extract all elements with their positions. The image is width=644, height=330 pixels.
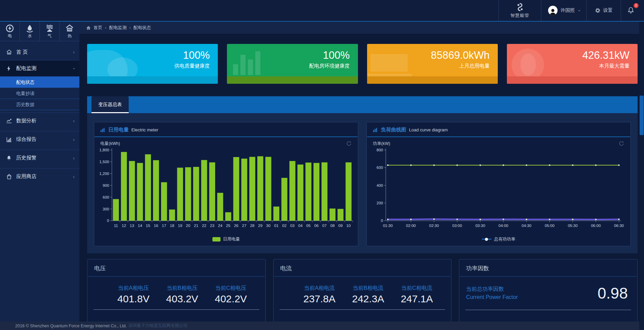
svg-text:300: 300	[103, 207, 109, 211]
tab-bar: 变压器总表	[87, 96, 638, 113]
app-logo: 智慧能管	[498, 0, 541, 21]
utility-tab-water[interactable]: 水	[20, 22, 40, 41]
svg-text:22: 22	[202, 224, 206, 228]
svg-text:24: 24	[218, 224, 223, 228]
bell-icon	[627, 6, 635, 15]
transformer-section: 变压器总表 日用电量 Electric meter	[87, 96, 638, 253]
load-curve-line-chart[interactable]: 020040060080001:3002:0002:3003:0003:3004…	[367, 147, 630, 234]
svg-text:08: 08	[330, 224, 335, 228]
notifications-button[interactable]: 0	[621, 0, 644, 21]
sidebar-subitem-meter-reading[interactable]: 电量抄读	[0, 88, 79, 99]
breadcrumb-home[interactable]: 首页	[94, 25, 102, 31]
stat-value: 237.8A	[295, 293, 344, 305]
stat-item: 当前C相电压 402.2V	[206, 285, 255, 305]
heat-icon	[65, 24, 74, 33]
stat-item: 当前B相电压 403.2V	[158, 285, 206, 305]
svg-text:800: 800	[377, 148, 383, 152]
utility-tabs: 电 水 气 热	[0, 22, 79, 41]
chevron-left-icon: ‹	[73, 155, 75, 161]
svg-text:29: 29	[258, 224, 262, 228]
tab-transformer-summary[interactable]: 变压器总表	[92, 96, 129, 113]
sidebar-item-label: 综合报告	[16, 136, 69, 143]
home-icon	[6, 49, 12, 55]
sidebar-item-home[interactable]: 首 页 ‹	[0, 44, 79, 60]
sidebar-item-data-analysis[interactable]: 数据分析 ‹	[0, 112, 79, 129]
load-curve-panel: 负荷曲线图 Load curve diagram 功率(kW) 02004006…	[366, 122, 631, 246]
stat-value: 247.1A	[392, 293, 441, 305]
stat-label: 当前B相电压	[158, 285, 206, 292]
sidebar-item-app-store[interactable]: 应用商店 ‹	[0, 168, 79, 184]
svg-text:04: 04	[298, 224, 303, 228]
breadcrumb-power-status[interactable]: 配电状态	[133, 25, 151, 31]
stat-label: 当前C相电流	[392, 285, 441, 292]
copyright-text: 2016 © Shenzhen Quantum Force Energy Int…	[15, 324, 127, 328]
stat-item: 当前A相电流 237.8A	[295, 285, 344, 305]
sidebar-item-label: 首 页	[16, 49, 69, 55]
bar-chart-legend[interactable]: 日用电量	[94, 234, 358, 246]
stat-item: 当前C相电流 247.1A	[392, 285, 441, 305]
line-chart-icon	[6, 118, 12, 124]
scrollbar-thumb[interactable]	[640, 96, 644, 135]
settings-button[interactable]: 设置	[586, 0, 621, 21]
svg-text:27: 27	[242, 224, 247, 228]
refresh-icon[interactable]	[618, 141, 624, 147]
card-power-quality: 100%供电质量健康度	[87, 44, 218, 84]
legend-label: 日用电量	[223, 236, 240, 242]
breadcrumb-separator: ›	[105, 25, 106, 30]
sidebar-item-power-monitoring[interactable]: 配电监测 ‹	[0, 60, 79, 76]
utility-tab-electric[interactable]: 电	[0, 22, 20, 41]
svg-text:0: 0	[381, 219, 383, 223]
svg-text:0: 0	[107, 219, 109, 223]
svg-text:14: 14	[138, 224, 142, 228]
breadcrumb: 首页 › 配电监测 › 配电状态	[79, 22, 644, 34]
panel-title-en: Load curve diagram	[409, 127, 448, 132]
svg-text:04:00: 04:00	[498, 224, 508, 228]
utility-tab-heat[interactable]: 热	[60, 22, 79, 41]
svg-text:23: 23	[210, 224, 214, 228]
svg-text:17: 17	[162, 224, 166, 228]
stat-label: 当前A相电流	[295, 285, 344, 292]
svg-text:03:30: 03:30	[475, 224, 485, 228]
stat-label: 当前总功率因数 Current Power Factor	[466, 285, 518, 301]
svg-text:1,200: 1,200	[99, 172, 109, 176]
lightning-icon	[6, 66, 12, 72]
utility-label: 水	[28, 33, 32, 39]
svg-text:04:30: 04:30	[522, 224, 532, 228]
sidebar-item-report[interactable]: 综合报告 ‹	[0, 131, 79, 147]
sidebar-subitem-history-data[interactable]: 历史数据	[0, 99, 79, 110]
user-name: 许国照	[561, 7, 575, 14]
panel-title: 功率因数	[459, 259, 637, 276]
line-chart-legend[interactable]: 总有功功率	[367, 234, 630, 246]
chevron-down-icon: ‹	[576, 10, 582, 11]
refresh-icon[interactable]	[346, 141, 352, 147]
company-name-zh: 深圳量子力能源互联网有限公司	[128, 323, 187, 329]
svg-text:30: 30	[266, 224, 271, 228]
globe-decoration	[520, 53, 536, 76]
svg-text:19: 19	[178, 224, 182, 228]
daily-energy-panel: 日用电量 Electric meter 电量(kWh) 03006009001,…	[94, 122, 358, 246]
utility-label: 气	[48, 33, 52, 39]
card-max-demand: 426.31kW本月最大需量	[507, 44, 638, 84]
daily-energy-bar-chart[interactable]: 03006009001,2001,5001,800111213141516171…	[94, 147, 358, 234]
card-strip	[227, 76, 358, 84]
svg-text:16: 16	[154, 224, 158, 228]
bars-decoration	[248, 59, 253, 75]
svg-text:20: 20	[186, 224, 190, 228]
legend-swatch	[212, 237, 221, 242]
app-logo-label: 智慧能管	[511, 12, 530, 19]
chevron-left-icon: ‹	[73, 49, 75, 55]
svg-text:01:30: 01:30	[383, 224, 393, 228]
breadcrumb-separator: ›	[129, 25, 131, 30]
sidebar-item-alarm-history[interactable]: 历史报警 ‹	[0, 150, 79, 166]
user-menu[interactable]: 许国照 ‹	[541, 0, 586, 21]
breadcrumb-power-monitoring[interactable]: 配电监测	[109, 25, 127, 31]
panel-title: 电流	[274, 259, 452, 276]
page-scrollbar[interactable]	[639, 22, 644, 330]
utility-label: 热	[68, 33, 72, 39]
utility-tab-gas[interactable]: 气	[40, 22, 60, 41]
bar-chart-icon	[373, 128, 378, 132]
card-last-month-energy: 85869.0kWh上月总用电量	[367, 44, 498, 84]
stat-value: 0.98	[597, 284, 628, 302]
stat-item: 当前A相电压 401.8V	[109, 285, 158, 305]
sidebar-subitem-power-status[interactable]: 配电状态	[0, 77, 79, 88]
